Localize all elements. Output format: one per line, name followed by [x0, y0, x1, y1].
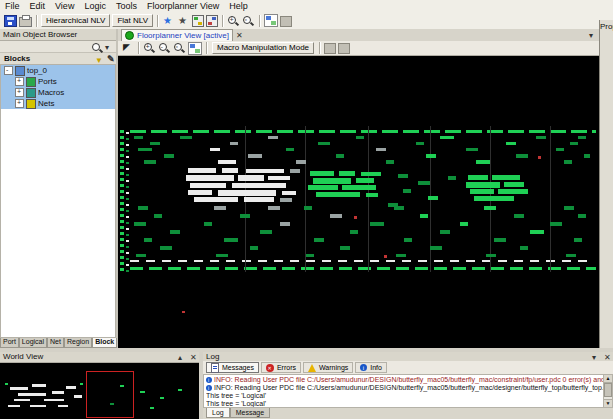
menu-edit[interactable]: Edit	[25, 0, 51, 12]
fp-macro-block[interactable]	[556, 148, 564, 151]
fp-macro-block[interactable]	[484, 206, 496, 210]
fp-macro-block[interactable]	[218, 190, 276, 196]
fp-macro-block[interactable]	[440, 136, 454, 139]
save-icon[interactable]	[4, 15, 17, 27]
fp-macro-block[interactable]	[222, 168, 238, 173]
fp-macro-block[interactable]	[218, 160, 236, 164]
scroll-thumb[interactable]	[604, 383, 612, 397]
fp-macro-block[interactable]	[384, 255, 387, 258]
fp-macro-block[interactable]	[240, 214, 250, 218]
tab-net[interactable]: Net	[47, 338, 64, 348]
fp-macro-block[interactable]	[396, 254, 406, 257]
worldview-viewport[interactable]	[86, 371, 134, 418]
fp-macro-block[interactable]	[182, 311, 185, 313]
fp-macro-block[interactable]	[416, 142, 424, 145]
fp-macro-block[interactable]	[230, 142, 238, 145]
fp-macro-block[interactable]	[366, 193, 378, 197]
fp-macro-block[interactable]	[342, 185, 376, 190]
tab-overflow-chevron-icon[interactable]	[587, 30, 597, 40]
fp-macro-block[interactable]	[570, 142, 578, 145]
expander-plus-icon[interactable]	[15, 77, 24, 86]
fp-macro-block[interactable]	[514, 214, 524, 218]
fp-macro-block[interactable]	[304, 206, 312, 210]
fp-macro-block[interactable]	[188, 168, 216, 173]
fp-macro-block[interactable]	[160, 246, 172, 250]
fp-macro-block[interactable]	[134, 136, 143, 139]
fp-macro-block[interactable]	[506, 142, 516, 145]
fp-macro-block[interactable]	[428, 196, 438, 200]
netlist-star-icon[interactable]	[162, 15, 175, 27]
fp-macro-block[interactable]	[564, 206, 574, 210]
fp-macro-block[interactable]	[138, 148, 152, 151]
fp-macro-block[interactable]	[448, 176, 456, 180]
fp-macro-block[interactable]	[584, 154, 590, 158]
fp-macro-block[interactable]	[474, 196, 514, 201]
fp-macro-block[interactable]	[244, 197, 274, 202]
fp-macro-block[interactable]	[566, 254, 576, 257]
fp-macro-block[interactable]	[318, 142, 330, 145]
fp-macro-block[interactable]	[340, 246, 350, 250]
fp-macro-block[interactable]	[440, 230, 450, 234]
fp-macro-block[interactable]	[204, 222, 212, 226]
tab-logical[interactable]: Logical	[19, 338, 47, 348]
fp-macro-block[interactable]	[520, 246, 528, 250]
flat-nlv-button[interactable]: Flat NLV	[112, 14, 153, 27]
menu-file[interactable]: File	[0, 0, 25, 12]
fp-macro-block[interactable]	[232, 183, 286, 188]
fp-macro-block[interactable]	[286, 148, 294, 151]
fp-macro-block[interactable]	[306, 254, 314, 257]
scroll-up-icon[interactable]: ▲	[604, 375, 612, 383]
zoom-in-icon[interactable]: +	[227, 15, 240, 27]
fp-macro-block[interactable]	[354, 216, 357, 219]
fp-macro-block[interactable]	[188, 190, 212, 195]
fp-macro-block[interactable]	[216, 254, 228, 257]
fp-macro-block[interactable]	[394, 206, 404, 210]
tab-message[interactable]: Message	[230, 408, 270, 418]
fp-macro-block[interactable]	[282, 191, 296, 195]
fp-macro-block[interactable]	[494, 238, 506, 242]
tree-item-macros[interactable]: Macros	[1, 87, 115, 98]
fp-macro-block[interactable]	[194, 197, 238, 202]
fp-macro-block[interactable]	[504, 182, 524, 187]
fp-macro-block[interactable]	[578, 136, 586, 139]
filter-funnel-icon[interactable]	[93, 54, 103, 64]
fp-macro-block[interactable]	[418, 181, 430, 185]
fp-macro-block[interactable]	[468, 175, 488, 180]
fp-macro-block[interactable]	[361, 172, 381, 176]
fp-macro-block[interactable]	[403, 189, 411, 193]
die-view-icon[interactable]	[192, 15, 204, 27]
fp-macro-block[interactable]	[144, 160, 156, 164]
filter-info-button[interactable]: Info	[355, 362, 387, 373]
tab-log[interactable]: Log	[206, 408, 230, 418]
fp-macro-block[interactable]	[336, 154, 344, 158]
tab-port[interactable]: Port	[0, 338, 19, 348]
fp-macro-block[interactable]	[420, 214, 428, 218]
fp-macro-block[interactable]	[356, 178, 374, 183]
expander-minus-icon[interactable]	[4, 66, 13, 75]
fp-macro-block[interactable]	[574, 238, 582, 242]
fp-macro-block[interactable]	[280, 198, 292, 202]
fp-macro-block[interactable]	[150, 142, 160, 145]
panel-close-icon[interactable]	[188, 352, 198, 362]
fp-macro-block[interactable]	[170, 230, 180, 234]
expander-plus-icon[interactable]	[15, 99, 24, 108]
fp-macro-block[interactable]	[238, 175, 264, 181]
tab-floorplanner-view[interactable]: Floorplanner View [active]	[121, 29, 233, 41]
fp-macro-block[interactable]	[330, 214, 342, 218]
fp-macro-block[interactable]	[376, 148, 386, 151]
route-icon[interactable]	[338, 43, 350, 54]
fp-macro-block[interactable]	[386, 160, 394, 164]
fp-macro-block[interactable]	[498, 189, 528, 194]
menu-logic[interactable]: Logic	[79, 0, 111, 12]
fp-macro-block[interactable]	[246, 169, 284, 173]
fp-macro-block[interactable]	[280, 222, 290, 226]
zoom-in-icon[interactable]: +	[143, 42, 156, 54]
tree-item-ports[interactable]: Ports	[1, 76, 115, 87]
fp-macro-block[interactable]	[356, 136, 364, 139]
fp-macro-block[interactable]	[224, 238, 238, 242]
fp-macro-block[interactable]	[268, 136, 278, 139]
browser-search-icon[interactable]	[91, 42, 101, 52]
fp-macro-block[interactable]	[316, 192, 360, 197]
fp-macro-block[interactable]	[550, 222, 562, 226]
fp-macro-block[interactable]	[144, 238, 152, 242]
